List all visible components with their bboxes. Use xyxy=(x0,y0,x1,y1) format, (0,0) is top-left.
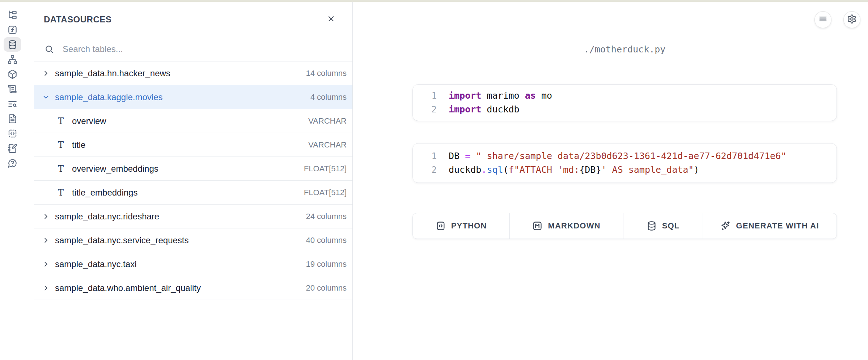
code-cell[interactable]: 12 DB = "_share/sample_data/23b0d623-136… xyxy=(412,143,837,183)
notebook-icon[interactable] xyxy=(4,141,21,155)
add-cell-button-label: MARKDOWN xyxy=(548,221,600,231)
column-name: title xyxy=(72,140,85,150)
datasources-panel: DATASOURCES sample_data.hn.hacker_news14… xyxy=(34,2,353,360)
code-cell[interactable]: 12 import marimo as moimport duckdb xyxy=(412,84,837,121)
code-line: duckdb.sql(f"ATTACH 'md:{DB}' AS sample_… xyxy=(449,163,786,177)
database-icon xyxy=(647,221,657,231)
chevron-right-icon xyxy=(42,69,50,77)
column-type: VARCHAR xyxy=(308,140,347,150)
settings-button[interactable] xyxy=(843,11,860,28)
column-row[interactable]: Toverview_embeddingsFLOAT[512] xyxy=(34,157,352,181)
add-cell-bar: PYTHONMARKDOWNSQLGENERATE WITH AI xyxy=(412,213,837,239)
python-button[interactable]: PYTHON xyxy=(413,213,510,239)
search-input[interactable] xyxy=(62,44,352,55)
box-icon[interactable] xyxy=(4,67,21,81)
icon-rail xyxy=(0,2,33,360)
code-line: import marimo as mo xyxy=(449,89,552,103)
code-editor[interactable]: import marimo as moimport duckdb xyxy=(442,89,552,121)
sparkles-icon xyxy=(720,221,731,231)
column-name: overview xyxy=(72,116,106,126)
add-cell-button-label: GENERATE WITH AI xyxy=(736,221,819,231)
help-icon[interactable] xyxy=(4,156,21,170)
table-row[interactable]: sample_data.who.ambient_air_quality20 co… xyxy=(34,276,352,300)
text-type-icon: T xyxy=(57,188,65,198)
chevron-down-icon xyxy=(42,93,50,101)
code-line: DB = "_share/sample_data/23b0d623-1361-4… xyxy=(449,149,786,163)
table-row[interactable]: sample_data.nyc.rideshare24 columns xyxy=(34,205,352,228)
markdown-button[interactable]: MARKDOWN xyxy=(510,213,623,239)
close-panel-button[interactable] xyxy=(325,13,337,26)
chevron-right-icon xyxy=(42,213,50,220)
add-cell-button-label: PYTHON xyxy=(451,221,487,231)
code-square-icon xyxy=(436,221,446,231)
table-columns-count: 24 columns xyxy=(306,212,347,221)
tables-list: sample_data.hn.hacker_news14 columnssamp… xyxy=(34,61,352,300)
notebook-filename: ./motherduck.py xyxy=(412,44,837,55)
search-row xyxy=(34,37,352,61)
chevron-right-icon xyxy=(42,284,50,292)
line-number: 2 xyxy=(413,163,437,177)
table-row[interactable]: sample_data.nyc.service_requests40 colum… xyxy=(34,228,352,252)
panel-title: DATASOURCES xyxy=(44,14,111,25)
chevron-right-icon xyxy=(42,260,50,268)
file-tree-icon[interactable] xyxy=(4,8,21,22)
menu-icon xyxy=(818,14,828,25)
chevron-right-icon xyxy=(42,236,50,244)
table-name: sample_data.who.ambient_air_quality xyxy=(55,283,201,293)
table-name: sample_data.kaggle.movies xyxy=(55,92,163,102)
line-numbers: 12 xyxy=(413,89,437,121)
line-numbers: 12 xyxy=(413,149,437,183)
table-columns-count: 4 columns xyxy=(310,93,347,102)
code-editor[interactable]: DB = "_share/sample_data/23b0d623-1361-4… xyxy=(442,149,786,183)
search-icon xyxy=(45,44,54,54)
line-number: 1 xyxy=(413,149,437,163)
column-row[interactable]: ToverviewVARCHAR xyxy=(34,109,352,133)
list-search-icon[interactable] xyxy=(4,97,21,111)
scroll-icon[interactable] xyxy=(4,82,21,96)
add-cell-button-label: SQL xyxy=(662,221,680,231)
table-row[interactable]: sample_data.nyc.taxi19 columns xyxy=(34,252,352,276)
column-row[interactable]: Ttitle_embeddingsFLOAT[512] xyxy=(34,181,352,205)
markdown-square-icon xyxy=(532,221,542,231)
table-row[interactable]: sample_data.hn.hacker_news14 columns xyxy=(34,61,352,85)
column-type: FLOAT[512] xyxy=(304,164,347,173)
datasources-panel-header: DATASOURCES xyxy=(34,2,352,37)
code-line: import duckdb xyxy=(449,103,552,116)
text-type-icon: T xyxy=(57,164,65,174)
table-columns-count: 19 columns xyxy=(306,260,347,269)
line-number: 2 xyxy=(413,103,437,116)
table-columns-count: 14 columns xyxy=(306,69,347,78)
table-name: sample_data.nyc.service_requests xyxy=(55,235,189,245)
table-name: sample_data.nyc.taxi xyxy=(55,259,136,269)
table-columns-count: 40 columns xyxy=(306,236,347,245)
code-snippet-icon[interactable] xyxy=(4,126,21,141)
column-name: overview_embeddings xyxy=(72,164,158,174)
column-type: VARCHAR xyxy=(308,116,347,126)
notebook-menu-button[interactable] xyxy=(814,11,831,28)
close-icon xyxy=(327,14,335,25)
table-columns-count: 20 columns xyxy=(306,283,347,293)
table-name: sample_data.hn.hacker_news xyxy=(55,68,170,78)
column-name: title_embeddings xyxy=(72,188,137,198)
table-row[interactable]: sample_data.kaggle.movies4 columns xyxy=(34,85,352,109)
generate-with-ai-button[interactable]: GENERATE WITH AI xyxy=(703,213,837,239)
app-window: DATASOURCES sample_data.hn.hacker_news14… xyxy=(0,0,868,360)
line-number: 1 xyxy=(413,89,437,103)
text-type-icon: T xyxy=(57,116,65,126)
function-square-icon[interactable] xyxy=(4,22,21,37)
table-name: sample_data.nyc.rideshare xyxy=(55,211,159,222)
column-row[interactable]: TtitleVARCHAR xyxy=(34,133,352,157)
network-icon[interactable] xyxy=(4,52,21,67)
sql-button[interactable]: SQL xyxy=(623,213,703,239)
text-type-icon: T xyxy=(57,140,65,150)
column-type: FLOAT[512] xyxy=(304,188,347,197)
gear-icon xyxy=(847,14,857,25)
database-icon[interactable] xyxy=(4,37,21,52)
document-icon[interactable] xyxy=(4,111,21,126)
